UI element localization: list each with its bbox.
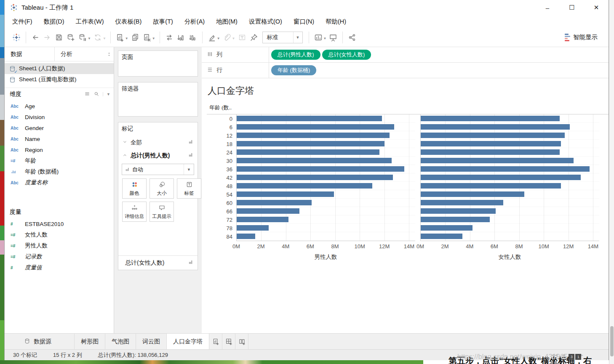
maximize-button[interactable]: ☐ [560,0,584,15]
search-icon[interactable] [93,91,99,98]
new-worksheet-button[interactable] [114,31,126,44]
bar-女性人数-78[interactable] [421,225,473,231]
menu-item-2[interactable]: 工作表(W) [76,18,104,26]
field-item[interactable]: =#男性人数 [5,240,114,251]
bar-男性人数-6[interactable] [237,124,394,130]
bar-男性人数-60[interactable] [237,200,312,205]
pause-auto-updates-caret[interactable]: ▼ [88,37,91,40]
marks-section[interactable]: 总计(男性人数) [118,149,198,162]
pages-card[interactable]: 页面 [118,50,198,77]
chevron-up-icon[interactable] [122,152,128,159]
mark-type-dropdown[interactable]: 自动 ▼ [122,164,194,175]
highlight-caret[interactable]: ▼ [217,37,220,40]
run-update-caret[interactable]: ▼ [103,37,106,40]
view-as-list-icon[interactable] [84,91,90,98]
menu-item-6[interactable]: 地图(M) [216,18,238,26]
tab-analytics[interactable]: 分析 [54,47,104,61]
new-worksheet-caret[interactable]: ▼ [125,37,128,40]
bar-女性人数-6[interactable] [421,124,570,130]
bar-女性人数-18[interactable] [421,141,561,146]
filters-card[interactable]: 筛选器 [118,82,198,117]
field-item[interactable]: AbcName [5,133,114,144]
chevron-down-icon[interactable] [122,139,128,146]
menu-item-8[interactable]: 窗口(N) [294,18,314,26]
row-field-label[interactable]: 年龄 (数.. [207,104,232,114]
redo-button[interactable] [41,31,53,44]
bar-男性人数-30[interactable] [237,158,392,163]
field-item[interactable]: AbcDivision [5,112,114,122]
menu-item-3[interactable]: 仪表板(B) [115,18,142,26]
field-item[interactable]: =#女性人数 [5,229,114,240]
format-annotations-button[interactable] [221,31,233,44]
new-worksheet-tab-button[interactable] [209,334,222,349]
field-item[interactable]: AbcAge [5,101,114,112]
highlight-button[interactable] [206,31,218,44]
format-annotations-caret[interactable]: ▼ [232,37,235,40]
rows-shelf[interactable]: 行 年龄 (数据桶) [202,63,609,78]
bar-男性人数-18[interactable] [237,141,384,146]
menu-item-4[interactable]: 故事(T) [153,18,173,26]
sheet-tab-2[interactable]: 词云图 [136,334,167,349]
columns-shelf[interactable]: 列 总计(男性人数)总计(女性人数) [202,47,609,63]
bar-男性人数-72[interactable] [237,217,288,222]
pause-auto-updates-button[interactable] [77,31,88,44]
tableau-logo-toolbar-icon[interactable] [11,31,22,44]
bar-女性人数-0[interactable] [421,116,560,121]
bar-男性人数-78[interactable] [237,225,269,231]
bar-男性人数-12[interactable] [237,133,390,138]
field-item[interactable]: =#记录数 [5,251,114,262]
close-button[interactable]: ✕ [584,0,609,15]
chevron-down-icon[interactable]: ▼ [293,32,302,43]
scrollbar-thumb[interactable] [610,326,614,356]
menu-item-1[interactable]: 数据(D) [44,18,64,26]
tooltip-button[interactable]: 工具提示 [149,202,174,222]
pane-collapse-icon[interactable] [104,47,114,61]
data-source-item[interactable]: ✓Sheet1 (人口数据) [5,63,114,74]
show-hide-cards-caret[interactable]: ▼ [323,37,327,40]
field-item[interactable]: AbcRegion [5,144,114,155]
bar-男性人数-66[interactable] [237,208,299,214]
show-hide-cards-button[interactable] [312,31,324,44]
color-button[interactable]: 颜色 [122,178,147,199]
bar-女性人数-72[interactable] [421,217,490,222]
data-source-tab[interactable]: 数据源 [5,334,75,349]
field-item[interactable]: #度量值 [5,262,114,273]
field-item[interactable]: 年龄 (数据桶) [5,166,114,177]
detail-button[interactable]: 详细信息 [122,202,147,222]
undo-button[interactable] [29,31,41,44]
field-pill[interactable]: 总计(女性人数) [322,50,371,60]
sheet-tab-1[interactable]: 气泡图 [105,334,136,349]
swap-rows-columns-button[interactable] [163,31,175,44]
share-button[interactable] [346,31,358,44]
menu-item-9[interactable]: 帮助(H) [326,18,346,26]
menu-item-5[interactable]: 分析(A) [184,18,205,26]
bar-女性人数-24[interactable] [421,149,560,155]
sort-descending-button[interactable] [187,31,199,44]
chevron-down-icon[interactable]: ▼ [103,92,110,96]
save-button[interactable] [53,31,65,44]
bar-女性人数-12[interactable] [421,133,565,138]
field-item[interactable]: =#年龄 [5,155,114,166]
fit-view-select[interactable]: 标准 ▼ [262,32,303,43]
presentation-mode-button[interactable] [327,31,339,44]
label-button[interactable]: 标签 [177,178,201,199]
bar-女性人数-66[interactable] [421,208,496,214]
bar-女性人数-60[interactable] [421,200,503,205]
chevron-down-icon[interactable]: ▼ [184,164,194,175]
bar-女性人数-36[interactable] [421,166,590,172]
sort-ascending-button[interactable] [175,31,187,44]
marks-section-female[interactable]: 总计(女性人数) [118,255,198,270]
field-item[interactable]: Abc度量名称 [5,177,114,188]
menu-item-7[interactable]: 设置格式(O) [249,18,282,26]
clear-sheet-caret[interactable]: ▼ [152,37,155,40]
bar-女性人数-30[interactable] [421,158,574,163]
bar-男性人数-54[interactable] [237,191,334,197]
bar-女性人数-48[interactable] [421,183,561,189]
field-item[interactable]: #ESTBASE2010 [5,218,114,229]
bar-男性人数-42[interactable] [237,175,393,180]
bar-男性人数-36[interactable] [237,166,404,172]
size-button[interactable]: 大小 [149,178,174,199]
bar-女性人数-54[interactable] [421,191,524,197]
data-source-item[interactable]: Sheet1 (豆瓣电影数据) [5,74,114,85]
clear-sheet-button[interactable] [141,31,153,44]
